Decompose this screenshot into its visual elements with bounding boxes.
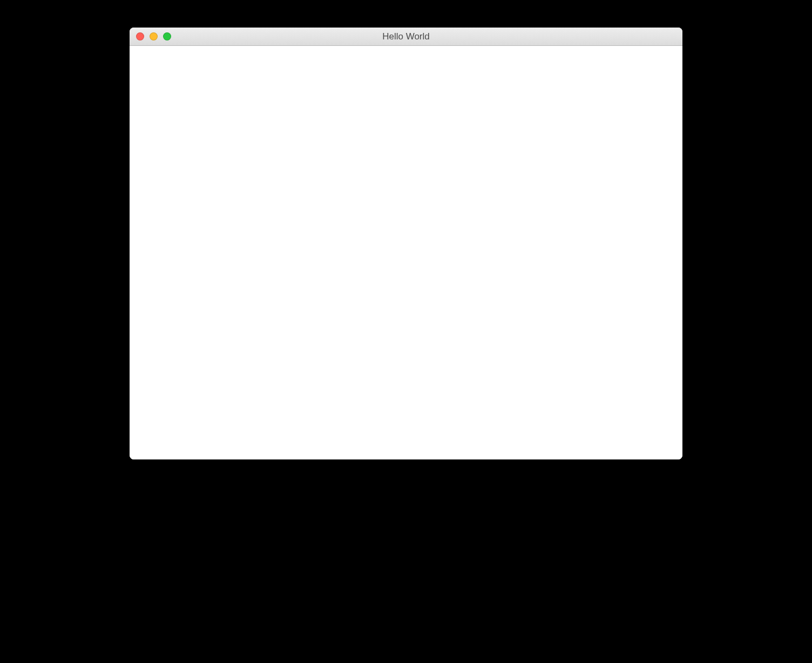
zoom-button[interactable] (163, 32, 171, 40)
window-content (130, 46, 682, 459)
close-button[interactable] (136, 32, 144, 40)
window-titlebar[interactable]: Hello World (130, 28, 682, 46)
minimize-button[interactable] (150, 32, 158, 40)
window-controls (136, 32, 171, 40)
window-title: Hello World (130, 31, 682, 42)
application-window: Hello World (130, 28, 682, 459)
